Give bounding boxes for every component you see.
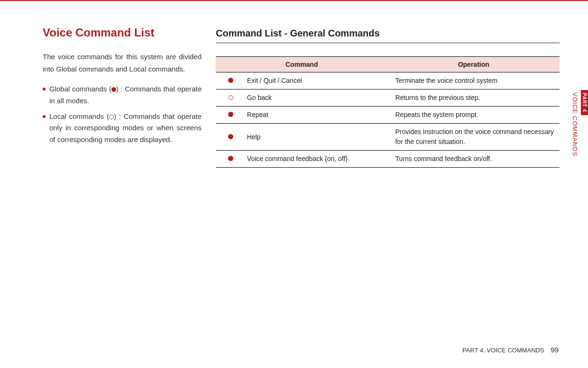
bullet-global-prefix: Global commands ( xyxy=(49,85,111,93)
left-column: Voice Command List The voice commands fo… xyxy=(43,26,202,349)
filled-circle-icon xyxy=(228,134,233,139)
outline-circle-icon xyxy=(229,95,233,100)
header-operation: Operation xyxy=(387,57,560,72)
command-cell: Go back xyxy=(239,90,388,107)
operation-cell: Returns to the previous step. xyxy=(387,90,560,107)
bullet-local-prefix: Local commands ( xyxy=(49,112,109,120)
command-cell: Exit / Quit / Cancel xyxy=(239,72,388,90)
operation-cell: Repeats the system prompt. xyxy=(387,107,560,124)
table-header-row: Command Operation xyxy=(216,57,560,72)
row-type-icon-cell xyxy=(216,151,239,168)
command-table: Command Operation Exit / Quit / Cancel T… xyxy=(216,56,560,168)
bullet-marker-icon xyxy=(43,115,46,118)
bullet-marker-icon xyxy=(43,88,46,90)
row-type-icon-cell xyxy=(216,124,239,151)
bullet-local: Local commands () : Commands that operat… xyxy=(43,111,202,146)
side-tab-title: VOICE COMMANDS xyxy=(571,90,580,156)
table-row: Exit / Quit / Cancel Terminate the voice… xyxy=(216,72,560,90)
page-content: Voice Command List The voice commands fo… xyxy=(0,0,588,368)
side-tab-part: PART 4 xyxy=(581,90,588,115)
command-cell: Repeat xyxy=(239,107,388,124)
filled-circle-icon xyxy=(228,156,233,161)
intro-paragraph: The voice commands for this system are d… xyxy=(43,51,202,75)
table-row: Go back Returns to the previous step. xyxy=(216,90,560,107)
row-type-icon-cell xyxy=(216,72,239,90)
row-type-icon-cell xyxy=(216,90,239,107)
operation-cell: Provides instruction on the voice comman… xyxy=(387,124,560,151)
table-row: Repeat Repeats the system prompt. xyxy=(216,107,560,124)
command-cell: Help xyxy=(239,124,388,151)
main-heading: Voice Command List xyxy=(43,26,202,39)
sub-heading: Command List - General Commands xyxy=(216,28,560,43)
operation-cell: Turns command feedback on/off. xyxy=(387,151,560,168)
filled-circle-icon xyxy=(111,87,116,92)
right-column: Command List - General Commands Command … xyxy=(216,26,560,349)
row-type-icon-cell xyxy=(216,107,239,124)
table-row: Voice command feedback {on, off} Turns c… xyxy=(216,151,560,168)
command-cell: Voice command feedback {on, off} xyxy=(239,151,388,168)
side-tab: VOICE COMMANDS PART 4 xyxy=(571,90,588,156)
bullet-local-text: Local commands () : Commands that operat… xyxy=(49,111,202,146)
bullet-global-text: Global commands () : Commands that opera… xyxy=(49,83,202,107)
filled-circle-icon xyxy=(228,78,233,83)
page-number: 99 xyxy=(551,346,559,354)
header-command: Command xyxy=(216,57,387,72)
outline-circle-icon xyxy=(109,115,114,119)
footer-part-label: PART 4. VOICE COMMANDS xyxy=(462,347,544,354)
bullet-global: Global commands () : Commands that opera… xyxy=(43,83,202,107)
operation-cell: Terminate the voice control system xyxy=(387,72,560,90)
table-row: Help Provides instruction on the voice c… xyxy=(216,124,560,151)
filled-circle-icon xyxy=(228,112,233,117)
page-footer: PART 4. VOICE COMMANDS 99 xyxy=(462,346,559,354)
